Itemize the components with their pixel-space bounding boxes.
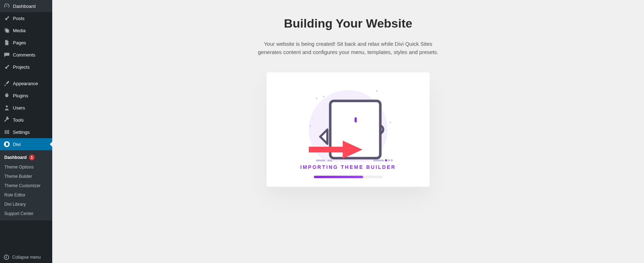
submenu-item-label: Divi Library xyxy=(4,202,26,207)
wrench-icon xyxy=(4,117,10,123)
sidebar-item-label: Users xyxy=(13,105,25,111)
sidebar-item-label: Appearance xyxy=(13,81,38,86)
sidebar-item-settings[interactable]: Settings xyxy=(0,126,52,138)
sidebar-item-label: Plugins xyxy=(13,93,28,98)
sidebar-item-appearance[interactable]: Appearance xyxy=(0,77,52,89)
progress-bar xyxy=(314,176,382,178)
sidebar-item-pages[interactable]: Pages xyxy=(0,36,52,49)
submenu-item-dashboard[interactable]: Dashboard 1 xyxy=(0,152,52,162)
update-badge: 1 xyxy=(29,155,35,160)
divi-icon xyxy=(4,141,10,147)
divi-submenu: Dashboard 1 Theme Options Theme Builder … xyxy=(0,150,52,220)
svg-point-3 xyxy=(8,133,9,134)
collapse-icon xyxy=(4,254,9,260)
sidebar-item-label: Divi xyxy=(13,142,21,147)
annotation-arrow-icon xyxy=(309,139,362,160)
svg-point-0 xyxy=(6,106,8,107)
sidebar-item-label: Pages xyxy=(13,40,26,45)
submenu-item-label: Support Center xyxy=(4,211,33,216)
submenu-item-label: Theme Builder xyxy=(4,174,32,179)
sidebar-item-dashboard[interactable]: Dashboard xyxy=(0,0,52,12)
main-content: Building Your Website Your website is be… xyxy=(52,0,644,263)
sidebar-item-users[interactable]: Users xyxy=(0,102,52,114)
svg-point-17 xyxy=(385,159,387,161)
app-root: Dashboard Posts Media Pages Comments xyxy=(0,0,644,263)
progress-card: IMPORTING THEME BUILDER xyxy=(267,72,430,187)
brush-icon xyxy=(4,80,10,87)
pin-icon xyxy=(4,64,10,70)
user-icon xyxy=(4,104,10,111)
menu-separator xyxy=(0,73,52,77)
submenu-item-label: Dashboard xyxy=(4,155,27,160)
submenu-item-support-center[interactable]: Support Center xyxy=(0,209,52,218)
sidebar-item-posts[interactable]: Posts xyxy=(0,12,52,24)
sidebar-item-label: Media xyxy=(13,28,25,33)
sidebar-item-media[interactable]: Media xyxy=(0,24,52,36)
pin-icon xyxy=(4,15,10,21)
collapse-menu-button[interactable]: Collapse menu xyxy=(0,252,52,263)
svg-rect-10 xyxy=(323,96,325,97)
submenu-item-label: Theme Customizer xyxy=(4,183,40,188)
submenu-item-role-editor[interactable]: Role Editor xyxy=(0,190,52,200)
svg-point-9 xyxy=(390,122,391,123)
svg-point-18 xyxy=(388,159,390,161)
comment-icon xyxy=(4,52,10,58)
gauge-icon xyxy=(4,3,10,9)
svg-point-8 xyxy=(376,90,377,92)
sidebar-item-projects[interactable]: Projects xyxy=(0,61,52,73)
svg-rect-13 xyxy=(355,117,357,122)
sidebar-item-label: Posts xyxy=(13,16,25,21)
sidebar-item-plugins[interactable]: Plugins xyxy=(0,89,52,102)
pages-icon xyxy=(4,39,10,46)
sidebar-item-label: Dashboard xyxy=(13,4,36,9)
building-panel: Building Your Website Your website is be… xyxy=(176,16,520,263)
admin-sidebar: Dashboard Posts Media Pages Comments xyxy=(0,0,52,263)
sidebar-item-label: Tools xyxy=(13,117,24,123)
progress-fill xyxy=(314,176,363,178)
svg-rect-16 xyxy=(373,160,384,161)
svg-point-1 xyxy=(8,130,9,132)
sidebar-item-label: Settings xyxy=(13,130,30,135)
svg-point-7 xyxy=(316,98,317,99)
submenu-item-theme-options[interactable]: Theme Options xyxy=(0,162,52,172)
submenu-item-theme-customizer[interactable]: Theme Customizer xyxy=(0,181,52,190)
sidebar-item-label: Projects xyxy=(13,64,30,70)
import-status-text: IMPORTING THEME BUILDER xyxy=(300,164,396,170)
sidebar-item-label: Comments xyxy=(13,52,35,58)
submenu-item-label: Theme Options xyxy=(4,165,34,170)
svg-point-5 xyxy=(4,255,9,260)
submenu-item-label: Role Editor xyxy=(4,193,25,198)
submenu-item-theme-builder[interactable]: Theme Builder xyxy=(0,172,52,181)
svg-point-2 xyxy=(5,131,6,133)
plug-icon xyxy=(4,92,10,99)
sidebar-item-comments[interactable]: Comments xyxy=(0,49,52,61)
collapse-menu-label: Collapse menu xyxy=(12,255,41,260)
svg-point-19 xyxy=(391,159,393,161)
sidebar-item-divi[interactable]: Divi xyxy=(0,138,52,150)
page-title: Building Your Website xyxy=(176,16,520,30)
submenu-item-divi-library[interactable]: Divi Library xyxy=(0,200,52,209)
media-icon xyxy=(4,27,10,34)
svg-rect-20 xyxy=(309,147,345,152)
sliders-icon xyxy=(4,129,10,135)
page-subtitle: Your website is being created! Sit back … xyxy=(255,40,441,57)
sidebar-item-tools[interactable]: Tools xyxy=(0,114,52,126)
